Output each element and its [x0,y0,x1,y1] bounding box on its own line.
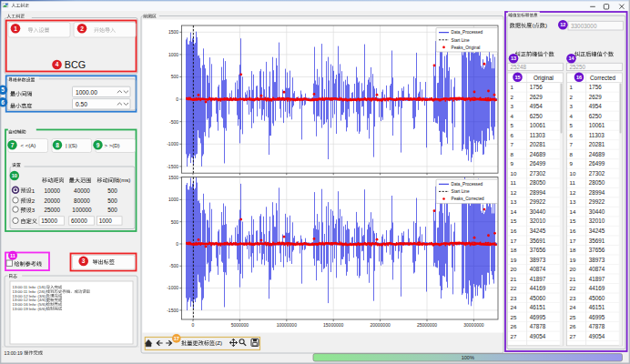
svg-text:3: 3 [32,207,36,213]
svg-text:8: 8 [570,151,574,157]
svg-text:22: 22 [570,285,576,291]
svg-text:6: 6 [511,132,514,138]
svg-text:28050: 28050 [530,179,546,186]
svg-text:2: 2 [32,197,36,204]
svg-text:10061: 10061 [530,122,546,128]
svg-text:46995: 46995 [530,314,546,320]
svg-text:24: 24 [570,304,576,310]
svg-text:Peaks_Corrected: Peaks_Corrected [452,197,485,201]
svg-text:27: 27 [511,333,517,339]
svg-text:19: 19 [511,257,517,263]
svg-text:27: 27 [570,333,576,339]
svg-text:Peaks_Original: Peaks_Original [452,46,481,50]
svg-text:18: 18 [570,247,576,253]
svg-text:6250: 6250 [589,113,603,119]
svg-text:4954: 4954 [530,103,544,109]
svg-text:35691: 35691 [530,238,546,244]
svg-text:10061: 10061 [589,122,605,128]
svg-text:5: 5 [570,122,574,128]
svg-text:15: 15 [511,217,517,224]
svg-text:28994: 28994 [530,189,546,196]
svg-text:26499: 26499 [530,160,546,167]
svg-text:19: 19 [570,257,576,263]
svg-text:26: 26 [570,323,576,329]
svg-text:27302: 27302 [530,170,546,177]
svg-text:44169: 44169 [589,285,605,291]
svg-text:21: 21 [570,276,576,282]
svg-text:29922: 29922 [589,198,605,205]
svg-text:16: 16 [570,228,576,234]
svg-text:1000: 1000 [168,197,178,202]
svg-text:18: 18 [511,247,517,253]
svg-text:45060: 45060 [530,295,546,301]
svg-text:500: 500 [107,197,117,204]
svg-text:30440: 30440 [530,208,546,215]
svg-text:32010: 32010 [589,217,605,224]
svg-text:16: 16 [576,75,582,80]
svg-text:6250: 6250 [530,113,544,119]
svg-text:1500: 1500 [168,175,178,180]
svg-text:1000: 1000 [168,52,178,57]
svg-text:33003000: 33003000 [571,23,597,29]
svg-text:Original: Original [533,75,554,82]
svg-text:2: 2 [570,94,574,100]
svg-text:1: 1 [32,187,36,194]
svg-text:28994: 28994 [589,189,605,196]
svg-text:25: 25 [570,314,576,320]
svg-text:14: 14 [568,56,574,61]
svg-text:500: 500 [171,219,179,225]
svg-text:40874: 40874 [530,266,546,272]
svg-text:11: 11 [570,179,576,186]
svg-text:Data_Processed: Data_Processed [452,30,483,35]
svg-text:20000000: 20000000 [370,322,390,328]
svg-text:20281: 20281 [589,141,605,147]
svg-text:25250: 25250 [570,64,586,70]
svg-text:25248: 25248 [511,64,527,70]
svg-text:25000: 25000 [44,207,60,213]
svg-text:46995: 46995 [589,314,605,320]
svg-text:BCG: BCG [65,59,86,70]
svg-text:7: 7 [11,142,15,148]
svg-text:3: 3 [570,103,574,109]
svg-text:17: 17 [511,238,517,244]
svg-text:23: 23 [570,295,576,301]
svg-text:1756: 1756 [589,84,603,90]
svg-text:46151: 46151 [530,304,546,310]
svg-text:-500: -500 [169,263,178,268]
svg-text:8: 8 [511,151,514,157]
svg-text:Corrected: Corrected [590,75,616,81]
svg-text:100%: 100% [462,355,474,360]
svg-text:28050: 28050 [589,179,605,186]
svg-text:10: 10 [12,173,17,178]
svg-text:13:00:19: 13:00:19 [5,350,25,356]
svg-text:34245: 34245 [589,228,605,234]
svg-text:(ms): (ms) [119,177,130,183]
svg-text:24689: 24689 [589,151,605,157]
svg-text:15000000: 15000000 [323,322,343,328]
svg-text:37656: 37656 [589,247,605,253]
svg-text:46151: 46151 [589,304,605,310]
svg-text:5: 5 [1,86,5,93]
svg-text:15: 15 [514,75,520,80]
svg-text:41897: 41897 [530,276,546,282]
svg-text:5: 5 [511,122,514,128]
svg-text:3: 3 [511,103,514,109]
svg-text:20: 20 [511,266,517,272]
svg-text:25: 25 [511,314,517,320]
svg-text:13: 13 [511,198,517,205]
svg-text:47878: 47878 [589,323,605,329]
svg-text:-1500: -1500 [167,308,178,313]
svg-text:0.50: 0.50 [76,101,87,107]
svg-text:1: 1 [511,84,514,90]
svg-text:29922: 29922 [530,198,546,205]
svg-text:13:00:19 Info: (6/6): 13:00:19 Info: (6/6) [13,307,47,311]
svg-text:7: 7 [570,141,574,147]
svg-text:23: 23 [511,295,517,301]
svg-text:1000: 1000 [99,217,113,224]
svg-text:30000000: 30000000 [463,322,483,328]
svg-text:10000: 10000 [44,187,60,194]
svg-text:6: 6 [1,99,5,106]
svg-text:45060: 45060 [589,295,605,301]
svg-text:17: 17 [174,336,179,341]
svg-text:2629: 2629 [530,94,544,100]
